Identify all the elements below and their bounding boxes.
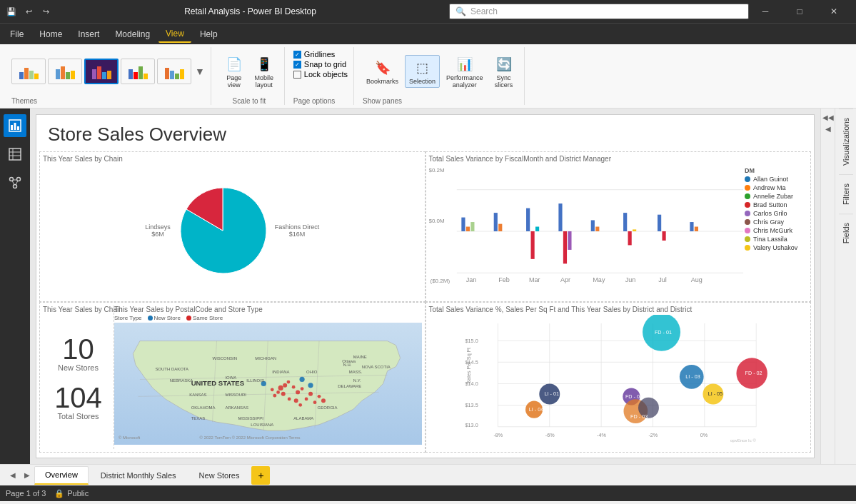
svg-text:NEBRASKA: NEBRASKA [170, 378, 193, 383]
svg-point-67 [313, 400, 317, 404]
visibility-label: Public [67, 489, 89, 498]
svg-text:$13.5: $13.5 [465, 402, 478, 408]
svg-rect-18 [465, 227, 469, 231]
svg-text:May: May [593, 276, 605, 283]
legend-name-2: Annelie Zubar [753, 193, 793, 200]
legend-name-3: Brad Sutton [753, 201, 787, 208]
bar-chart-area: $0.2M $0.0M ($0.2M) [429, 164, 744, 298]
snap-to-grid-checkbox[interactable]: ✓ Snap to grid [293, 60, 348, 69]
svg-point-60 [288, 398, 291, 401]
sidebar-model-icon[interactable] [4, 171, 26, 194]
svg-point-61 [294, 398, 298, 403]
bubble-chart-svg: $15.0 $14.5 $14.0 $13.5 $13.0 -8% -6% -4… [429, 315, 808, 444]
map-country-label: UNITED STATES [191, 379, 244, 387]
svg-point-50 [278, 385, 283, 390]
legend-dot-1 [745, 185, 750, 191]
tab-visualizations[interactable]: Visualizations [839, 109, 853, 174]
tab-fields[interactable]: Fields [839, 213, 853, 252]
svg-point-56 [273, 394, 276, 398]
tab-scroll-right[interactable]: ▶ [20, 466, 34, 485]
selection-button[interactable]: ⬚ Selection [405, 55, 440, 88]
performance-icon: 📊 [455, 54, 475, 74]
performance-analyzer-button[interactable]: 📊 Performance analyzer [443, 52, 487, 91]
tab-scroll-left[interactable]: ◀ [6, 466, 20, 485]
lock-objects-checkbox[interactable]: Lock objects [293, 70, 348, 79]
svg-text:MISSISSIPPI: MISSISSIPPI [238, 416, 263, 420]
ribbon: ▼ Themes 📄 Page view 📱 Mobile layout Sca… [0, 44, 856, 109]
svg-rect-4 [9, 148, 21, 160]
undo-icon[interactable]: ↩ [23, 6, 34, 17]
svg-text:WISCONSIN: WISCONSIN [213, 356, 238, 361]
mobile-layout-button[interactable]: 📱 Mobile layout [250, 52, 278, 91]
pie-label-fashions: Fashions Direct$16M [275, 223, 320, 238]
menu-view[interactable]: View [158, 26, 191, 43]
theme-swatch-1[interactable] [11, 59, 46, 84]
themes-dropdown[interactable]: ▼ [193, 66, 205, 77]
svg-rect-3 [17, 126, 19, 130]
maximize-button[interactable]: □ [783, 0, 816, 23]
dm-legend: DM Allan Guinot Andrew Ma [743, 164, 807, 298]
page-view-button[interactable]: 📄 Page view [220, 52, 248, 91]
add-tab-button[interactable]: + [251, 466, 270, 485]
tab-overview[interactable]: Overview [34, 466, 89, 485]
legend-dot-2 [745, 193, 750, 199]
svg-rect-2 [14, 123, 16, 130]
legend-dot-4 [745, 211, 750, 216]
svg-text:-2%: -2% [648, 432, 658, 438]
menu-modeling[interactable]: Modeling [108, 26, 157, 42]
svg-rect-23 [530, 231, 534, 259]
theme-swatch-5[interactable] [157, 59, 191, 84]
legend-item-5: Chris Gray [745, 218, 806, 226]
svg-text:IOWA: IOWA [225, 376, 236, 380]
window-controls: ─ □ ✕ [749, 0, 850, 23]
numbers-chart-title: This Year Sales by Chain [43, 306, 123, 313]
theme-swatch-4[interactable] [121, 59, 155, 84]
svg-text:opvEnce Ic ©: opvEnce Ic © [730, 438, 756, 443]
menu-insert[interactable]: Insert [71, 26, 106, 42]
theme-swatch-3[interactable] [84, 59, 119, 84]
tab-filters[interactable]: Filters [839, 174, 853, 213]
save-icon[interactable]: 💾 [6, 6, 17, 17]
svg-text:LOUISIANA: LOUISIANA [251, 423, 273, 427]
svg-text:DELAWARE: DELAWARE [338, 384, 361, 388]
legend-name-1: Andrew Ma [753, 184, 786, 191]
menu-home[interactable]: Home [32, 26, 69, 42]
redo-icon[interactable]: ↪ [40, 6, 51, 17]
svg-rect-1 [11, 125, 13, 130]
collapse-left[interactable]: ◀ [822, 123, 834, 134]
svg-rect-19 [470, 222, 474, 231]
svg-point-53 [281, 392, 286, 396]
scale-fit-items: 📄 Page view 📱 Mobile layout [220, 47, 278, 96]
svg-point-62 [298, 403, 302, 407]
collapse-up[interactable]: ◀◀ [822, 111, 834, 123]
svg-text:© 2022 TomTom © 2022 Microsoft: © 2022 TomTom © 2022 Microsoft Corporati… [200, 435, 301, 440]
menu-file[interactable]: File [3, 26, 31, 42]
canvas[interactable]: Store Sales Overview This Year Sales by … [36, 114, 815, 458]
sync-slicers-button[interactable]: 🔄 Sync slicers [490, 52, 518, 91]
svg-point-66 [321, 398, 326, 403]
tab-new-stores[interactable]: New Stores [188, 466, 251, 485]
svg-text:ILLINOIS: ILLINOIS [246, 378, 264, 383]
app-title: Retail Analysis - Power BI Desktop [51, 6, 449, 16]
tab-district-monthly[interactable]: District Monthly Sales [90, 466, 187, 485]
svg-text:GEORGIA: GEORGIA [318, 405, 338, 410]
mobile-icon: 📱 [254, 54, 274, 74]
gridlines-checkbox[interactable]: ✓ Gridlines [293, 50, 348, 59]
sidebar-table-icon[interactable] [4, 143, 26, 166]
minimize-button[interactable]: ─ [749, 0, 782, 23]
svg-point-54 [271, 388, 274, 391]
sidebar-report-icon[interactable] [4, 114, 26, 137]
svg-text:OKLAHOMA: OKLAHOMA [191, 405, 216, 410]
lock-icon: 🔒 [54, 489, 64, 498]
bookmarks-button[interactable]: 🔖 Bookmarks [363, 56, 402, 87]
svg-point-69 [299, 377, 304, 382]
svg-point-8 [10, 178, 14, 181]
legend-item-8: Valery Ushakov [745, 244, 806, 251]
page-options-label: Page options [293, 96, 348, 105]
svg-point-51 [283, 383, 287, 388]
svg-rect-36 [694, 227, 698, 231]
theme-swatch-2[interactable] [48, 59, 82, 84]
search-bar[interactable]: 🔍 Search [449, 4, 749, 19]
close-button[interactable]: ✕ [817, 0, 850, 23]
menu-help[interactable]: Help [193, 26, 225, 42]
